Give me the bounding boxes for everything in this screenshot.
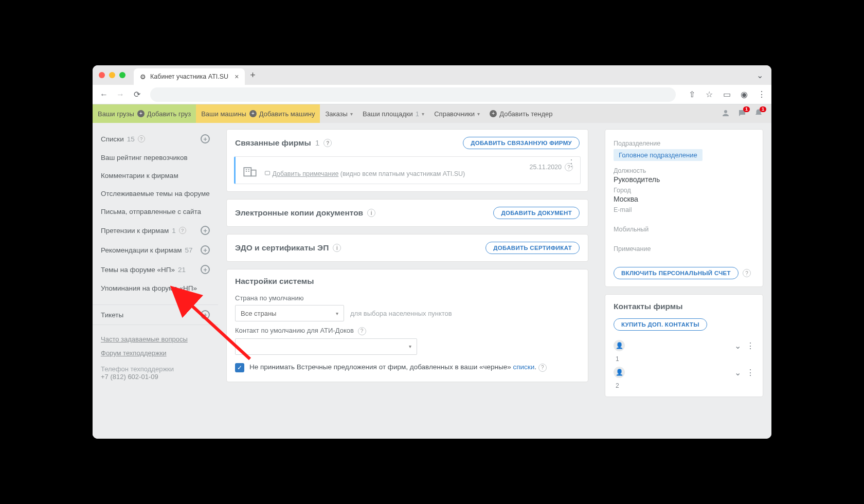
close-window-icon[interactable] — [99, 72, 105, 78]
contact-number: 2 — [614, 382, 754, 389]
svg-rect-7 — [265, 171, 270, 175]
position-value: Руководитель — [614, 175, 754, 184]
firm-row: ⋮ Добавить примечание (видно всем платны… — [234, 156, 581, 184]
lists-link[interactable]: списки — [513, 363, 535, 371]
sidebar-item-np-topics[interactable]: Темы на форуме «НП» 21 + — [93, 260, 218, 279]
bookmark-icon[interactable]: ☆ — [704, 89, 715, 100]
sidebar-item-comments[interactable]: Комментарии к фирмам — [93, 167, 218, 185]
chrome-menu-icon[interactable]: ⋮ — [756, 89, 767, 100]
svg-rect-2 — [251, 170, 256, 176]
nav-add-cargo[interactable]: +Добавить груз — [137, 110, 191, 118]
back-button[interactable]: ← — [97, 87, 111, 102]
nav-add-tender[interactable]: +Добавить тендер — [490, 110, 552, 118]
card-documents: Электронные копии документов i ДОБАВИТЬ … — [226, 199, 588, 227]
dept-label: Подразделение — [614, 140, 754, 147]
enable-personal-account-button[interactable]: ВКЛЮЧИТЬ ПЕРСОНАЛЬНЫЙ СЧЕТ — [614, 267, 739, 279]
nav-your-vehicles[interactable]: Ваши машины — [201, 110, 246, 118]
help-icon[interactable]: ? — [538, 364, 547, 372]
address-bar[interactable] — [150, 87, 676, 102]
chevron-down-icon[interactable]: ⌄ — [734, 368, 741, 377]
chrome-tab-strip: ⚙ Кабинет участника ATI.SU × + ⌄ — [93, 65, 771, 85]
add-certificate-button[interactable]: ДОБАВИТЬ СЕРТИФИКАТ — [485, 242, 580, 254]
contact-row: 👤 ⌄ ⋮ — [614, 336, 754, 355]
checkbox-checked-icon[interactable]: ✓ — [235, 363, 244, 372]
chevron-down-icon: ▾ — [409, 344, 411, 349]
sidebar-faq-link[interactable]: Часто задаваемые вопросы — [93, 332, 218, 346]
help-icon[interactable]: ? — [743, 269, 751, 277]
chat-notif-icon[interactable]: 1 — [737, 109, 747, 119]
position-label: Должность — [614, 167, 754, 174]
maximize-window-icon[interactable] — [119, 72, 125, 78]
plus-circle-icon[interactable]: + — [201, 134, 210, 143]
add-related-firm-button[interactable]: ДОБАВИТЬ СВЯЗАННУЮ ФИРМУ — [463, 137, 580, 149]
sidebar-item-forum-watch[interactable]: Отслеживаемые темы на форуме — [93, 185, 218, 203]
sidebar-item-lists[interactable]: Списки 15 ? + — [93, 129, 218, 149]
tabs-chevron-icon[interactable]: ⌄ — [754, 69, 765, 81]
user-icon[interactable] — [721, 109, 730, 119]
nav-your-sites[interactable]: Ваши площадки 1 ▾ — [363, 110, 424, 118]
minimize-window-icon[interactable] — [109, 72, 115, 78]
plus-circle-icon[interactable]: + — [201, 265, 210, 274]
sidebar-item-rating[interactable]: Ваш рейтинг перевозчиков — [93, 149, 218, 167]
chevron-down-icon: ▾ — [350, 111, 353, 117]
app-root: Ваши грузы +Добавить груз Ваши машины +Д… — [93, 104, 771, 439]
card-system-settings: Настройки системы Страна по умолчанию Вс… — [226, 269, 588, 382]
more-menu-icon[interactable]: ⋮ — [567, 161, 576, 166]
blacklist-checkbox-row[interactable]: ✓ Не принимать Встречные предложения от … — [235, 363, 580, 372]
bell-notif-icon[interactable]: 1 — [754, 109, 763, 119]
help-icon[interactable]: ? — [323, 139, 332, 147]
chevron-down-icon[interactable]: ⌄ — [734, 341, 741, 351]
info-icon[interactable]: i — [367, 209, 375, 217]
more-menu-icon[interactable]: ⋮ — [746, 368, 754, 377]
sidebar-item-claims[interactable]: Претензии к фирмам 1 ? + — [93, 221, 218, 240]
contacts-title: Контакты фирмы — [614, 302, 754, 311]
building-icon — [243, 165, 257, 177]
nav-your-cargo[interactable]: Ваши грузы — [98, 110, 134, 118]
nav-directories[interactable]: Справочники ▾ — [434, 110, 480, 118]
plus-circle-icon[interactable]: + — [201, 245, 210, 255]
nav-add-vehicle[interactable]: +Добавить машину — [249, 110, 315, 118]
add-document-button[interactable]: ДОБАВИТЬ ДОКУМЕНТ — [493, 207, 580, 219]
plus-circle-icon[interactable]: + — [201, 226, 210, 235]
sidebar-item-np-mentions[interactable]: Упоминания на форуме «НП» — [93, 279, 218, 297]
more-menu-icon[interactable]: ⋮ — [746, 341, 754, 351]
plus-circle-icon[interactable]: + — [201, 310, 210, 319]
help-icon[interactable]: ? — [358, 327, 366, 335]
mobile-label: Мобильный — [614, 226, 754, 233]
forward-button[interactable]: → — [113, 87, 128, 102]
window-controls — [99, 72, 125, 78]
country-select[interactable]: Все страны ▾ — [235, 305, 344, 321]
note-label: Примечание — [614, 245, 754, 253]
tab-close-icon[interactable]: × — [235, 73, 239, 81]
buy-contacts-button[interactable]: КУПИТЬ ДОП. КОНТАКТЫ — [614, 318, 707, 331]
card-related-firms: Связанные фирмы 1 ? ДОБАВИТЬ СВЯЗАННУЮ Ф… — [226, 129, 588, 192]
sidebar-item-tickets[interactable]: Тикеты + — [93, 304, 218, 325]
right-column: Подразделение Головное подразделение Дол… — [597, 123, 771, 439]
new-tab-button[interactable]: + — [250, 70, 256, 81]
share-icon[interactable]: ⇧ — [686, 89, 697, 100]
app-nav: Ваши грузы +Добавить груз Ваши машины +Д… — [93, 104, 771, 123]
favicon-icon: ⚙ — [140, 73, 146, 81]
reload-button[interactable]: ⟳ — [130, 87, 144, 102]
profile-icon[interactable]: ◉ — [739, 89, 750, 100]
city-label: Город — [614, 187, 754, 194]
chevron-down-icon: ▾ — [477, 111, 480, 117]
add-note-link[interactable]: Добавить примечание — [272, 170, 338, 177]
browser-tab[interactable]: ⚙ Кабинет участника ATI.SU × — [134, 68, 245, 85]
sidebar-item-letters[interactable]: Письма, отправленные с сайта — [93, 203, 218, 221]
dept-chip[interactable]: Головное подразделение — [614, 149, 703, 161]
avatar-icon: 👤 — [614, 340, 625, 351]
nav-block-rest: Заказы ▾ Ваши площадки 1 ▾ Справочники ▾… — [320, 104, 557, 123]
reader-icon[interactable]: ▭ — [721, 89, 732, 100]
card-user-info: Подразделение Головное подразделение Дол… — [605, 129, 763, 287]
city-value: Москва — [614, 195, 754, 203]
info-icon[interactable]: i — [333, 244, 341, 252]
sidebar-support-link[interactable]: Форум техподдержки — [93, 346, 218, 360]
contact-row: 👤 ⌄ ⋮ — [614, 363, 754, 382]
plus-icon: + — [490, 110, 497, 117]
plus-icon: + — [137, 110, 145, 117]
svg-point-0 — [724, 110, 727, 113]
default-contact-select[interactable]: ▾ — [235, 338, 417, 355]
nav-orders[interactable]: Заказы ▾ — [325, 110, 352, 118]
sidebar-item-recommendations[interactable]: Рекомендации к фирмам 57 + — [93, 240, 218, 260]
